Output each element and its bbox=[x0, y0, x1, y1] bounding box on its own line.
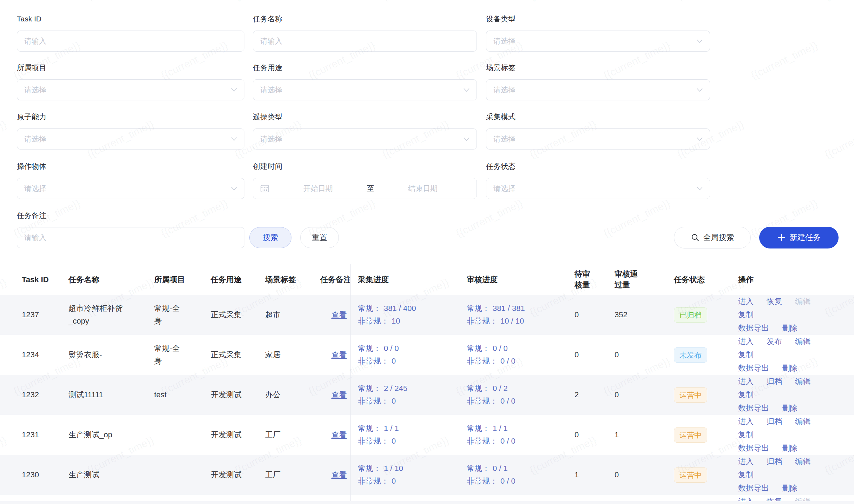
chevron-down-icon bbox=[697, 39, 703, 43]
cell-pending-count: 2 bbox=[574, 375, 615, 415]
table-row: 1231 生产测试_op 开发测试 工厂 查看 常规：1 / 1 非常规：0 常… bbox=[0, 415, 854, 455]
calendar-icon bbox=[260, 184, 269, 193]
status-badge: 运营中 bbox=[674, 387, 707, 403]
action-archive-toggle[interactable]: 归档 bbox=[767, 375, 782, 388]
action-export[interactable]: 数据导出 bbox=[738, 442, 769, 455]
field-label-purpose: 任务用途 bbox=[253, 63, 282, 73]
cell-purpose: 开发测试 bbox=[211, 415, 265, 455]
view-remark-link[interactable]: 查看 bbox=[331, 310, 347, 319]
cell-scene: 工厂 bbox=[265, 415, 320, 455]
action-archive-toggle[interactable]: 归档 bbox=[767, 455, 782, 468]
chevron-down-icon bbox=[464, 88, 469, 92]
cell-task-name: 测试11111 bbox=[68, 375, 154, 415]
cell-scene: 办公 bbox=[265, 375, 320, 415]
action-edit[interactable]: 编辑 bbox=[795, 335, 810, 348]
col-header-review-passed: 审核通过量 bbox=[615, 268, 639, 290]
action-delete[interactable]: 删除 bbox=[782, 362, 797, 375]
field-label-task-name: 任务名称 bbox=[253, 14, 282, 24]
cell-review-progress: 常规：0 / 1 非常规：0 / 0 bbox=[467, 455, 574, 495]
action-copy[interactable]: 复制 bbox=[738, 308, 754, 321]
chevron-down-icon bbox=[697, 187, 703, 191]
cell-review-progress: 常规：1 / 1 非常规：0 / 0 bbox=[467, 415, 574, 455]
fixed-column-divider bbox=[350, 264, 351, 504]
action-archive-toggle[interactable]: 归档 bbox=[767, 415, 782, 428]
action-export[interactable]: 数据导出 bbox=[738, 362, 769, 375]
teleop-type-select[interactable]: 请选择 bbox=[253, 128, 477, 150]
project-select[interactable]: 请选择 bbox=[17, 79, 244, 100]
cell-collect-progress: 常规：2 / 245 非常规：0 bbox=[358, 375, 467, 415]
action-enter[interactable]: 进入 bbox=[738, 375, 754, 388]
global-search-label: 全局搜索 bbox=[703, 232, 734, 243]
global-search-button[interactable]: 全局搜索 bbox=[674, 227, 751, 248]
action-export[interactable]: 数据导出 bbox=[738, 321, 769, 335]
action-enter[interactable]: 进入 bbox=[738, 295, 754, 308]
cell-collect-progress: 常规：1 / 10 非常规：0 bbox=[358, 455, 467, 495]
action-export[interactable]: 数据导出 bbox=[738, 402, 769, 415]
task-status-select[interactable]: 请选择 bbox=[486, 178, 710, 199]
date-range-separator: 至 bbox=[365, 184, 376, 193]
action-enter[interactable]: 进入 bbox=[738, 335, 754, 348]
task-id-input[interactable] bbox=[17, 31, 244, 52]
task-table: Task ID 任务名称 所属项目 任务用途 场景标签 任务备注 采集进度 审核… bbox=[0, 264, 854, 504]
search-button[interactable]: 搜索 bbox=[249, 227, 291, 248]
table-row: 1230 生产测试 开发测试 工厂 查看 常规：1 / 10 非常规：0 常规：… bbox=[0, 455, 854, 495]
action-enter[interactable]: 进入 bbox=[738, 455, 754, 468]
action-archive-toggle[interactable]: 恢复 bbox=[767, 295, 782, 308]
view-remark-link[interactable]: 查看 bbox=[331, 390, 347, 399]
action-copy[interactable]: 复制 bbox=[738, 428, 754, 442]
cell-task-id: 1234 bbox=[0, 335, 68, 375]
view-remark-link[interactable]: 查看 bbox=[331, 350, 347, 359]
action-delete[interactable]: 删除 bbox=[782, 482, 797, 495]
action-edit[interactable]: 编辑 bbox=[795, 295, 810, 308]
cell-task-name: 超市冷鲜柜补货 _copy bbox=[68, 295, 154, 335]
operate-object-select[interactable]: 请选择 bbox=[17, 178, 244, 199]
cell-purpose: 开发测试 bbox=[211, 455, 265, 495]
field-label-task-id: Task ID bbox=[17, 14, 41, 24]
view-remark-link[interactable]: 查看 bbox=[331, 470, 347, 479]
action-delete[interactable]: 删除 bbox=[782, 442, 797, 455]
col-header-task-name: 任务名称 bbox=[68, 264, 154, 295]
cell-pending-count: 0 bbox=[574, 415, 615, 455]
cell-pending-count: 1 bbox=[574, 455, 615, 495]
field-label-device-type: 设备类型 bbox=[486, 14, 515, 24]
chevron-down-icon bbox=[231, 187, 237, 191]
cell-task-name: 生产测试_op bbox=[68, 415, 154, 455]
field-label-create-time: 创建时间 bbox=[253, 161, 282, 171]
status-badge: 运营中 bbox=[674, 467, 707, 483]
action-edit[interactable]: 编辑 bbox=[795, 455, 810, 468]
action-edit[interactable]: 编辑 bbox=[795, 375, 810, 388]
task-remark-input[interactable] bbox=[17, 227, 244, 248]
action-edit[interactable]: 编辑 bbox=[795, 415, 810, 428]
cell-collect-progress: 常规：381 / 400 非常规：10 bbox=[358, 295, 467, 335]
purpose-select[interactable]: 请选择 bbox=[253, 79, 477, 100]
chevron-down-icon bbox=[697, 88, 703, 92]
device-type-select[interactable]: 请选择 bbox=[486, 31, 710, 52]
action-copy[interactable]: 复制 bbox=[738, 468, 754, 482]
action-archive-toggle[interactable]: 发布 bbox=[767, 335, 782, 348]
cell-project: 常规-全 身 bbox=[154, 335, 211, 375]
action-export[interactable]: 数据导出 bbox=[738, 482, 769, 495]
field-label-collect-mode: 采集模式 bbox=[486, 112, 515, 122]
cell-purpose: 正式采集 bbox=[211, 295, 265, 335]
reset-button[interactable]: 重置 bbox=[300, 227, 339, 248]
view-remark-link[interactable]: 查看 bbox=[331, 430, 347, 439]
task-name-input[interactable] bbox=[253, 31, 477, 52]
field-label-task-remark: 任务备注 bbox=[17, 211, 46, 220]
scene-tag-select[interactable]: 请选择 bbox=[486, 79, 710, 100]
action-enter[interactable]: 进入 bbox=[738, 415, 754, 428]
action-delete[interactable]: 删除 bbox=[782, 321, 797, 335]
create-time-range-picker[interactable]: 开始日期 至 结束日期 bbox=[253, 178, 477, 199]
start-date-placeholder[interactable]: 开始日期 bbox=[271, 184, 365, 193]
action-copy[interactable]: 复制 bbox=[738, 348, 754, 362]
atomic-capability-select[interactable]: 请选择 bbox=[17, 128, 244, 150]
cell-actions: 进入 恢复 编辑 复制 数据导出 删除 bbox=[738, 295, 854, 335]
action-delete[interactable]: 删除 bbox=[782, 402, 797, 415]
end-date-placeholder[interactable]: 结束日期 bbox=[376, 184, 470, 193]
cell-project: test bbox=[154, 375, 211, 415]
cell-review-progress: 常规：381 / 381 非常规：10 / 10 bbox=[467, 295, 574, 335]
new-task-button[interactable]: 新建任务 bbox=[759, 227, 839, 248]
action-copy[interactable]: 复制 bbox=[738, 388, 754, 402]
cell-review-progress: 常规：0 / 2 非常规：0 / 0 bbox=[467, 375, 574, 415]
collect-mode-select[interactable]: 请选择 bbox=[486, 128, 710, 150]
cell-passed-count: 0 bbox=[615, 375, 674, 415]
